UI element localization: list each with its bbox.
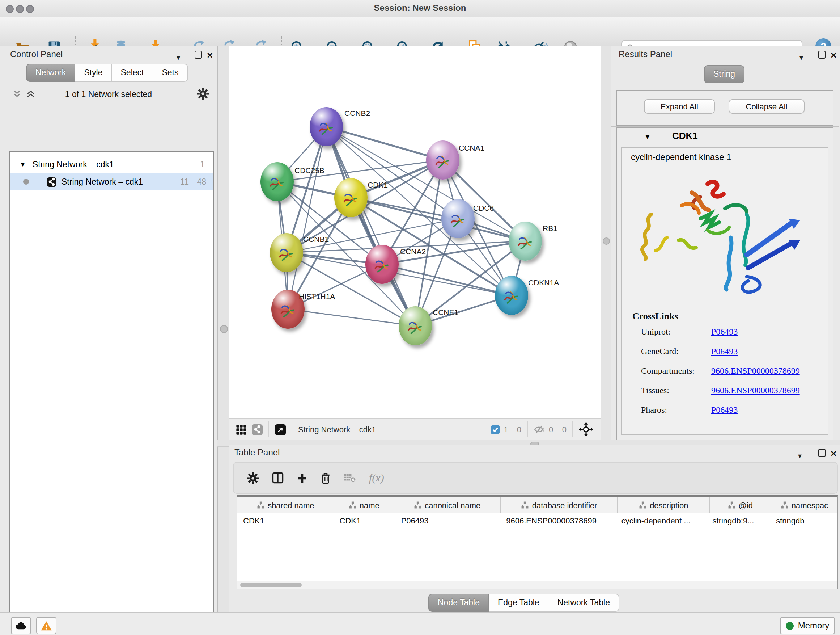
table-header-row: shared name name canonical name database…: [237, 497, 837, 513]
network-birdseye-icon[interactable]: [252, 424, 263, 435]
network-node-ccna2[interactable]: [365, 245, 399, 284]
entry-gene-name: CDK1: [672, 130, 698, 141]
warning-button[interactable]: [36, 617, 57, 634]
results-panel-close-icon[interactable]: ×: [831, 51, 836, 59]
network-node-ccnb2[interactable]: [309, 107, 343, 146]
table-panel-float-icon[interactable]: [818, 449, 826, 457]
expand-all-button[interactable]: Expand All: [644, 99, 715, 114]
network-node-cdc6[interactable]: [441, 199, 475, 238]
memory-label: Memory: [798, 621, 829, 631]
network-list-gear-icon[interactable]: [197, 88, 209, 100]
crosslink-row: Tissues: 9606.ENSP00000378699: [641, 385, 822, 405]
node-label: CCNA1: [459, 143, 485, 152]
protein-ribbon-thumbnail: [277, 298, 299, 320]
cell-canonical-name[interactable]: P06493: [395, 513, 501, 529]
crosslink-tissues-link[interactable]: 9606.ENSP00000378699: [711, 385, 800, 405]
table-settings-gear-icon[interactable]: [247, 472, 259, 484]
hidden-eye-icon[interactable]: [534, 425, 545, 434]
crosslink-compartments-link[interactable]: 9606.ENSP00000378699: [711, 366, 800, 385]
memory-button[interactable]: Memory: [780, 617, 835, 634]
network-row-selected[interactable]: String Network – cdk1 11 48: [10, 173, 213, 190]
network-node-cdkn1a[interactable]: [495, 276, 528, 315]
apply-function-icon[interactable]: f(x): [369, 472, 384, 484]
control-panel-collapse-icon[interactable]: ▾: [177, 50, 180, 63]
right-splitter-handle[interactable]: [603, 238, 610, 245]
status-bar: Memory: [0, 612, 840, 635]
column-header-canonical-name[interactable]: canonical name: [394, 497, 501, 513]
tab-sets[interactable]: Sets: [153, 64, 188, 82]
pan-crosshair-icon[interactable]: [579, 422, 593, 437]
protein-ribbon-thumbnail: [432, 149, 454, 171]
protein-ribbon-thumbnail: [276, 242, 297, 264]
crosslink-uniprot-link[interactable]: P06493: [711, 326, 737, 346]
delete-column-icon[interactable]: [321, 472, 331, 484]
control-panel-close-icon[interactable]: ×: [207, 51, 213, 59]
network-collection-label: String Network – cdk1: [33, 160, 114, 169]
cell-namespace[interactable]: stringdb: [770, 513, 837, 529]
toolbar-divider: [527, 421, 528, 437]
column-header-database-identifier[interactable]: database identifier: [501, 497, 618, 513]
grid-view-icon[interactable]: [236, 424, 247, 435]
table-panel-close-icon[interactable]: ×: [831, 450, 836, 457]
memory-status-dot: [786, 622, 794, 630]
network-node-rb1[interactable]: [508, 222, 542, 261]
crosslink-pharos-link[interactable]: P06493: [711, 405, 737, 424]
column-header-shared-name[interactable]: shared name: [237, 497, 335, 513]
protein-ribbon-thumbnail: [404, 315, 426, 337]
tab-string[interactable]: String: [704, 65, 745, 83]
scrollbar-thumb[interactable]: [240, 583, 302, 587]
table-panel-collapse-icon[interactable]: ▾: [798, 448, 802, 461]
cell-database-identifier[interactable]: 9606.ENSP00000378699: [500, 513, 616, 529]
results-panel-float-icon[interactable]: [818, 51, 826, 59]
collapse-all-button[interactable]: Collapse All: [729, 99, 805, 114]
results-panel-collapse-icon[interactable]: ▾: [799, 50, 803, 63]
tab-select[interactable]: Select: [112, 64, 153, 82]
network-nodes-layer: CCNB2 CCNA1 CDC25B CDK1 CDC6 RB1 CCNB1: [229, 46, 600, 418]
cell-shared-name[interactable]: CDK1: [237, 513, 334, 529]
table-horizontal-scrollbar[interactable]: [237, 581, 837, 589]
network-node-ccna1[interactable]: [426, 141, 459, 180]
entry-description: cyclin-dependent kinase 1: [631, 152, 731, 162]
cloud-status-button[interactable]: [11, 617, 31, 634]
table-row[interactable]: CDK1 CDK1 P06493 9606.ENSP00000378699 cy…: [237, 513, 837, 529]
column-header-namespace[interactable]: namespac: [772, 497, 837, 513]
tab-style[interactable]: Style: [75, 64, 112, 82]
crosslink-genecard-link[interactable]: P06493: [711, 346, 737, 366]
selected-checkbox-icon[interactable]: [491, 424, 500, 434]
entry-expander-icon[interactable]: ▼: [644, 133, 651, 141]
node-label: CDC6: [473, 203, 494, 212]
toolbar-divider: [268, 421, 269, 437]
cell-id[interactable]: stringdb:9...: [707, 513, 771, 529]
column-header-description[interactable]: description: [618, 497, 710, 513]
network-node-ccne1[interactable]: [399, 306, 432, 345]
tree-expander-icon[interactable]: ▼: [19, 161, 26, 168]
show-columns-icon[interactable]: [272, 472, 284, 484]
protein-ribbon-thumbnail: [371, 253, 393, 275]
table-panel: Table Panel ▾ × f(x) shared name: [229, 445, 840, 612]
network-node-ccnb1[interactable]: [270, 233, 303, 272]
network-collection-row[interactable]: ▼ String Network – cdk1 1: [10, 156, 213, 173]
crosslinks-title: CrossLinks: [632, 310, 678, 322]
control-panel-float-icon[interactable]: [195, 51, 202, 59]
results-panel-tabs: String: [704, 65, 745, 83]
control-panel-title: Control Panel: [10, 49, 63, 59]
entry-details: cyclin-dependent kinase 1: [622, 147, 829, 435]
network-node-cdc25b[interactable]: [261, 162, 294, 201]
open-in-window-icon[interactable]: [275, 424, 286, 435]
left-splitter[interactable]: [217, 46, 231, 612]
column-header-name[interactable]: name: [335, 497, 394, 513]
node-label: CCNA2: [400, 247, 426, 256]
tab-network[interactable]: Network: [26, 64, 75, 82]
left-splitter-handle[interactable]: [220, 325, 228, 333]
cytoscape-window: Session: New Session: [0, 0, 840, 635]
cell-name[interactable]: CDK1: [334, 513, 395, 529]
tab-node-table[interactable]: Node Table: [428, 594, 489, 612]
delete-table-icon[interactable]: [344, 473, 356, 483]
tab-network-table[interactable]: Network Table: [549, 594, 619, 612]
cell-description[interactable]: cyclin-dependent ...: [616, 513, 707, 529]
tab-edge-table[interactable]: Edge Table: [489, 594, 549, 612]
network-canvas[interactable]: CCNB2 CCNA1 CDC25B CDK1 CDC6 RB1 CCNB1: [229, 46, 600, 418]
add-column-icon[interactable]: [297, 472, 308, 483]
column-header-id[interactable]: @id: [710, 497, 772, 513]
network-node-cdk1[interactable]: [334, 178, 368, 217]
